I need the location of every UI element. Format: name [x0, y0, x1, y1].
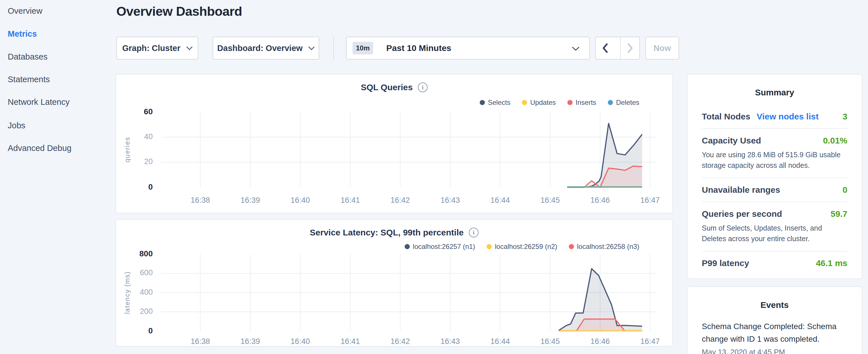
y-tick-label: 800	[118, 249, 153, 258]
summary-value: 59.7	[831, 209, 847, 219]
events-title: Events	[702, 300, 847, 310]
x-tick-label: 16:43	[430, 337, 470, 346]
y-tick-label: 0	[118, 326, 153, 335]
summary-value: 0	[842, 185, 847, 195]
x-tick-label: 16:46	[580, 337, 620, 346]
x-tick-label: 16:43	[430, 196, 470, 205]
summary-label: Unavailable ranges	[702, 185, 780, 195]
summary-value: 46.1 ms	[816, 258, 847, 268]
chevron-down-icon	[572, 47, 580, 51]
summary-row-total-nodes: Total Nodes View nodes list 3	[702, 105, 847, 129]
summary-desc: You are using 28.6 MiB of 515.9 GiB usab…	[702, 150, 847, 171]
page: Overview Metrics Databases Statements Ne…	[0, 0, 868, 354]
chevron-right-icon	[627, 43, 633, 53]
view-nodes-list-link[interactable]: View nodes list	[756, 112, 818, 122]
sidebar-item-overview[interactable]: Overview	[8, 6, 42, 16]
graph-dropdown-label: Graph: Cluster	[122, 43, 180, 53]
time-step-buttons	[595, 37, 640, 60]
x-tick-label: 16:38	[180, 337, 220, 346]
x-tick-label: 16:42	[380, 196, 421, 205]
y-tick-label: 40	[118, 132, 153, 141]
x-tick-label: 16:45	[530, 337, 570, 346]
event-timestamp: May 13, 2020 at 4:45 PM	[702, 348, 847, 354]
x-tick-label: 16:45	[530, 196, 570, 205]
sidebar-item-metrics[interactable]: Metrics	[8, 29, 37, 39]
summary-value: 0.01%	[823, 136, 847, 146]
summary-label: P99 latency	[702, 258, 749, 268]
x-tick-label: 16:40	[280, 337, 320, 346]
chart-plot	[116, 220, 674, 347]
time-range-label: Past 10 Minutes	[386, 43, 451, 53]
chart-plot	[116, 74, 674, 214]
x-tick-label: 16:46	[580, 196, 620, 205]
time-range-picker[interactable]: 10m Past 10 Minutes	[346, 37, 590, 60]
service-latency-chart-card: Service Latency: SQL, 99th percentile i …	[116, 219, 673, 347]
x-tick-label: 16:38	[180, 196, 220, 205]
y-tick-label: 20	[118, 157, 153, 166]
summary-label: Queries per second	[702, 209, 782, 219]
x-tick-label: 16:44	[480, 196, 520, 205]
x-tick-label: 16:40	[280, 196, 320, 205]
graph-dropdown[interactable]: Graph: Cluster	[116, 37, 198, 60]
prev-time-button[interactable]	[596, 37, 614, 59]
summary-row-capacity-used: Capacity Used 0.01% You are using 28.6 M…	[702, 129, 847, 178]
y-tick-label: 60	[118, 107, 153, 116]
summary-row-unavailable-ranges: Unavailable ranges 0	[702, 178, 847, 202]
event-text[interactable]: Schema Change Completed: Schema change w…	[702, 320, 847, 345]
summary-label: Total Nodes	[702, 112, 750, 122]
summary-row-p99-latency: P99 latency 46.1 ms	[702, 252, 847, 275]
y-tick-label: 200	[118, 307, 153, 316]
sidebar-item-network-latency[interactable]: Network Latency	[8, 97, 70, 107]
sidebar-item-jobs[interactable]: Jobs	[8, 121, 25, 130]
summary-label: Capacity Used	[702, 136, 761, 146]
x-tick-label: 16:41	[330, 337, 370, 346]
summary-panel: Summary Total Nodes View nodes list 3 Ca…	[687, 74, 862, 279]
summary-row-queries-per-second: Queries per second 59.7 Sum of Selects, …	[702, 202, 847, 252]
sql-queries-chart-card: SQL Queries i SelectsUpdatesInsertsDelet…	[116, 74, 673, 213]
sidebar-item-advanced-debug[interactable]: Advanced Debug	[8, 143, 72, 153]
page-title: Overview Dashboard	[116, 4, 242, 19]
summary-title: Summary	[702, 88, 847, 97]
summary-value: 3	[842, 112, 847, 122]
chevron-left-icon	[602, 43, 608, 53]
dashboard-dropdown-label: Dashboard: Overview	[217, 43, 303, 53]
dashboard-dropdown[interactable]: Dashboard: Overview	[213, 37, 319, 60]
chevron-down-icon	[308, 46, 315, 50]
controls-divider	[333, 37, 334, 60]
sidebar-item-statements[interactable]: Statements	[8, 75, 50, 84]
now-button[interactable]: Now	[645, 37, 679, 60]
x-tick-label: 16:42	[380, 337, 421, 346]
x-tick-label: 16:39	[230, 337, 270, 346]
x-tick-label: 16:44	[480, 337, 520, 346]
time-range-badge: 10m	[352, 42, 373, 55]
y-tick-label: 400	[118, 288, 153, 297]
events-panel: Events Schema Change Completed: Schema c…	[687, 286, 862, 354]
x-tick-label: 16:41	[330, 196, 370, 205]
x-tick-label: 16:47	[630, 337, 670, 346]
summary-desc: Sum of Selects, Updates, Inserts, and De…	[702, 223, 847, 244]
x-tick-label: 16:47	[630, 196, 670, 205]
x-tick-label: 16:39	[230, 196, 270, 205]
chevron-down-icon	[186, 46, 192, 50]
y-tick-label: 600	[118, 268, 153, 277]
sidebar-item-databases[interactable]: Databases	[8, 52, 48, 62]
y-tick-label: 0	[118, 183, 153, 192]
next-time-button[interactable]	[620, 37, 639, 59]
